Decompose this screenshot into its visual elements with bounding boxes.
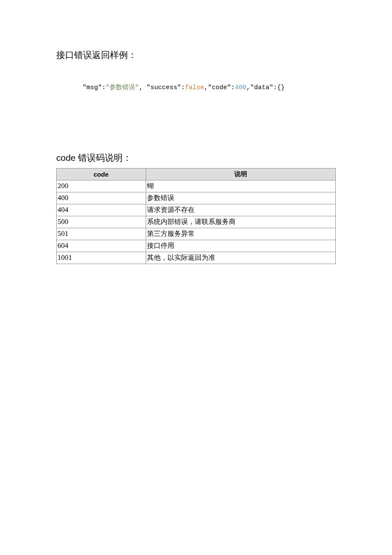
cell-code: 404 [57, 204, 146, 216]
cell-desc: 接口停用 [146, 240, 335, 252]
json-number: 400 [235, 84, 246, 91]
section-title-error-codes: code 错误码说明： [56, 152, 336, 164]
table-row: 200 蝴 [57, 180, 336, 192]
json-text: ,"data":{} [246, 84, 285, 91]
cell-desc: 蝴 [146, 180, 335, 192]
error-code-table: code 说明 200 蝴 400 参数错误 404 请求资源不存在 [56, 168, 336, 264]
json-text: "code": [208, 84, 235, 91]
table-row: 501 第三方服务异常 [57, 228, 336, 240]
cell-code: 604 [57, 240, 146, 252]
cell-code: 501 [57, 228, 146, 240]
json-string: "参数错误" [106, 84, 139, 91]
table-row: 604 接口停用 [57, 240, 336, 252]
section-title-error-sample: 接口错误返回样例： [56, 49, 336, 61]
json-text: , "success": [139, 84, 185, 91]
table-row: 500 系统内部错误，请联系服务商 [57, 216, 336, 228]
cell-code: 400 [57, 192, 146, 204]
json-keyword: false [185, 84, 204, 91]
cell-desc: 参数错误 [146, 192, 335, 204]
cell-desc: 系统内部错误，请联系服务商 [146, 216, 335, 228]
cell-code: 1001 [57, 252, 146, 264]
cell-desc: 第三方服务异常 [146, 228, 335, 240]
cell-code: 200 [57, 180, 146, 192]
table-row: 400 参数错误 [57, 192, 336, 204]
section-error-codes: code 错误码说明： code 说明 200 蝴 400 参数错误 [56, 152, 336, 264]
json-sample: "msg":"参数错误", "success":false,"code":400… [83, 83, 336, 91]
header-code: code [57, 169, 146, 180]
document-page: 接口错误返回样例： "msg":"参数错误", "success":false,… [0, 0, 392, 264]
table-row: 1001 其他，以实际返回为准 [57, 252, 336, 264]
json-text: , [204, 84, 208, 91]
header-desc: 说明 [146, 169, 335, 180]
cell-desc: 请求资源不存在 [146, 204, 335, 216]
cell-code: 500 [57, 216, 146, 228]
cell-desc: 其他，以实际返回为准 [146, 252, 335, 264]
table-header-row: code 说明 [57, 169, 336, 180]
json-text: "msg": [83, 84, 106, 91]
table-row: 404 请求资源不存在 [57, 204, 336, 216]
